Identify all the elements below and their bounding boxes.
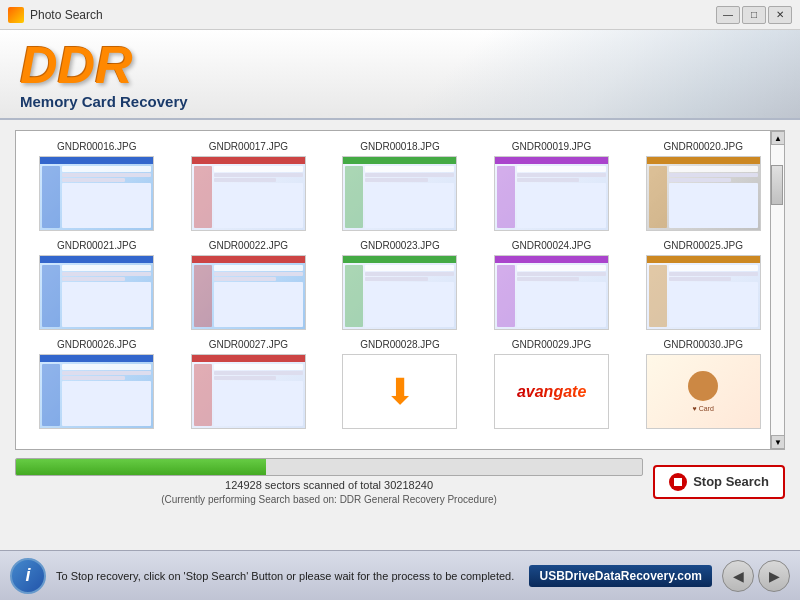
thumbnail-item[interactable]: GNDR00026.JPG bbox=[21, 334, 173, 433]
thumbnail-grid: GNDR00016.JPG GNDR00017.JPG bbox=[16, 131, 784, 438]
thumbnail-label: GNDR00022.JPG bbox=[209, 240, 288, 251]
thumbnail-item[interactable]: GNDR00028.JPG⬇ bbox=[324, 334, 476, 433]
back-button[interactable]: ◀ bbox=[722, 560, 754, 592]
thumbnail-label: GNDR00025.JPG bbox=[663, 240, 742, 251]
thumbnail-image bbox=[191, 156, 306, 231]
progress-area: 124928 sectors scanned of total 30218240… bbox=[15, 458, 785, 505]
next-button[interactable]: ▶ bbox=[758, 560, 790, 592]
scroll-down-arrow[interactable]: ▼ bbox=[771, 435, 785, 449]
thumbnail-label: GNDR00020.JPG bbox=[663, 141, 742, 152]
thumbnail-image bbox=[39, 156, 154, 231]
thumbnail-image bbox=[39, 255, 154, 330]
thumbnail-image bbox=[342, 255, 457, 330]
title-bar-left: Photo Search bbox=[8, 7, 103, 23]
footer-brand: USBDriveDataRecovery.com bbox=[529, 565, 712, 587]
title-bar-title: Photo Search bbox=[30, 8, 103, 22]
thumbnail-image bbox=[191, 255, 306, 330]
thumbnail-item[interactable]: GNDR00029.JPGavangate bbox=[476, 334, 628, 433]
thumbnail-label: GNDR00029.JPG bbox=[512, 339, 591, 350]
teddy-mock: ♥ Card bbox=[647, 355, 760, 428]
thumbnail-item[interactable]: GNDR00019.JPG bbox=[476, 136, 628, 235]
thumbnail-image: avangate bbox=[494, 354, 609, 429]
thumbnail-item[interactable]: GNDR00017.JPG bbox=[173, 136, 325, 235]
stop-square bbox=[674, 478, 682, 486]
thumbnail-image bbox=[342, 156, 457, 231]
thumbnail-item[interactable]: GNDR00030.JPG ♥ Card bbox=[627, 334, 779, 433]
maximize-button[interactable]: □ bbox=[742, 6, 766, 24]
thumbnail-image bbox=[646, 156, 761, 231]
footer-nav: ◀ ▶ bbox=[722, 560, 790, 592]
thumbnail-label: GNDR00016.JPG bbox=[57, 141, 136, 152]
thumbnail-label: GNDR00018.JPG bbox=[360, 141, 439, 152]
thumbnail-item[interactable]: GNDR00020.JPG bbox=[627, 136, 779, 235]
download-icon: ⬇ bbox=[343, 355, 456, 428]
header-background bbox=[320, 30, 800, 118]
logo-area: DDR Memory Card Recovery bbox=[20, 39, 188, 110]
thumbnail-image: ⬇ bbox=[342, 354, 457, 429]
header: DDR Memory Card Recovery bbox=[0, 30, 800, 120]
close-button[interactable]: ✕ bbox=[768, 6, 792, 24]
stop-icon bbox=[669, 473, 687, 491]
thumbnail-image bbox=[191, 354, 306, 429]
footer: i To Stop recovery, click on 'Stop Searc… bbox=[0, 550, 800, 600]
thumbnail-item[interactable]: GNDR00022.JPG bbox=[173, 235, 325, 334]
thumbnail-label: GNDR00026.JPG bbox=[57, 339, 136, 350]
thumbnail-grid-container: GNDR00016.JPG GNDR00017.JPG bbox=[15, 130, 785, 450]
thumbnail-image: ♥ Card bbox=[646, 354, 761, 429]
title-bar-controls: — □ ✕ bbox=[716, 6, 792, 24]
thumbnail-item[interactable]: GNDR00016.JPG bbox=[21, 136, 173, 235]
main-content: GNDR00016.JPG GNDR00017.JPG bbox=[0, 120, 800, 525]
thumbnail-label: GNDR00021.JPG bbox=[57, 240, 136, 251]
thumbnail-image bbox=[494, 156, 609, 231]
thumbnail-label: GNDR00028.JPG bbox=[360, 339, 439, 350]
thumbnail-item[interactable]: GNDR00021.JPG bbox=[21, 235, 173, 334]
progress-bar-fill bbox=[16, 459, 266, 475]
thumbnail-label: GNDR00017.JPG bbox=[209, 141, 288, 152]
minimize-button[interactable]: — bbox=[716, 6, 740, 24]
progress-left: 124928 sectors scanned of total 30218240… bbox=[15, 458, 643, 505]
thumbnail-image bbox=[39, 354, 154, 429]
thumbnail-item[interactable]: GNDR00025.JPG bbox=[627, 235, 779, 334]
scrollbar[interactable]: ▲ ▼ bbox=[770, 131, 784, 449]
scroll-thumb[interactable] bbox=[771, 165, 783, 205]
scroll-up-arrow[interactable]: ▲ bbox=[771, 131, 785, 145]
thumbnail-image bbox=[494, 255, 609, 330]
logo-subtitle: Memory Card Recovery bbox=[20, 93, 188, 110]
app-icon bbox=[8, 7, 24, 23]
thumbnail-item[interactable]: GNDR00024.JPG bbox=[476, 235, 628, 334]
thumbnail-label: GNDR00019.JPG bbox=[512, 141, 591, 152]
title-bar: Photo Search — □ ✕ bbox=[0, 0, 800, 30]
thumbnail-label: GNDR00030.JPG bbox=[663, 339, 742, 350]
avangate-mock: avangate bbox=[495, 355, 608, 428]
progress-subtext: (Currently performing Search based on: D… bbox=[15, 494, 643, 505]
info-icon: i bbox=[10, 558, 46, 594]
footer-help-text: To Stop recovery, click on 'Stop Search'… bbox=[56, 570, 519, 582]
stop-search-label: Stop Search bbox=[693, 474, 769, 489]
thumbnail-label: GNDR00027.JPG bbox=[209, 339, 288, 350]
thumbnail-item[interactable]: GNDR00023.JPG bbox=[324, 235, 476, 334]
thumbnail-item[interactable]: GNDR00027.JPG bbox=[173, 334, 325, 433]
thumbnail-image bbox=[646, 255, 761, 330]
stop-search-button[interactable]: Stop Search bbox=[653, 465, 785, 499]
scroll-track[interactable] bbox=[771, 145, 784, 435]
thumbnail-label: GNDR00024.JPG bbox=[512, 240, 591, 251]
thumbnail-item[interactable]: GNDR00018.JPG bbox=[324, 136, 476, 235]
logo-ddr: DDR bbox=[20, 39, 188, 91]
thumbnail-label: GNDR00023.JPG bbox=[360, 240, 439, 251]
progress-bar-container bbox=[15, 458, 643, 476]
progress-status-text: 124928 sectors scanned of total 30218240 bbox=[15, 479, 643, 491]
